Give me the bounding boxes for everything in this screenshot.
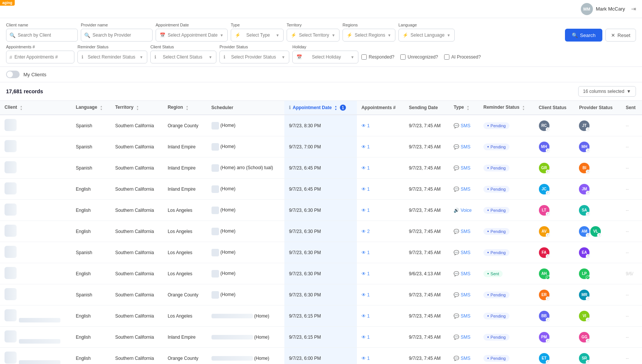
- question-mark-icon-2: ?: [586, 127, 590, 131]
- eye-count: 👁 2: [361, 229, 370, 234]
- holiday-filter: Holiday 📅 Select Holiday ▼: [292, 45, 358, 63]
- cell-territory-11: Southern California: [111, 348, 163, 364]
- reminder-status-badge: Pending: [483, 228, 509, 235]
- col-language[interactable]: Language ▲▼: [71, 101, 111, 115]
- sms-type: 💬 SMS: [454, 123, 470, 128]
- cell-provider-status-4: SA?: [574, 200, 621, 221]
- holiday-select[interactable]: 📅 Select Holiday ▼: [292, 51, 358, 63]
- language-filter: Language ⚡ Select Language ▼: [398, 23, 455, 42]
- cell-sending-date-7: 9/6/23, 4:13 AM: [404, 263, 449, 284]
- col-client[interactable]: Client ▲▼: [0, 101, 71, 115]
- cell-provider-status-8: MR?: [574, 284, 621, 305]
- unrecognized-checkbox[interactable]: [400, 54, 406, 60]
- sms-type: 💬 SMS: [454, 144, 470, 150]
- col-region[interactable]: Region ▲▼: [163, 101, 207, 115]
- client-avatar-blurred: [5, 225, 17, 237]
- cell-client-status-7: AH✓: [534, 263, 575, 284]
- records-count: 17,681 records: [6, 88, 43, 94]
- ai-processed-label: AI Processed?: [451, 54, 481, 60]
- table-row: EnglishSouthern CaliforniaLos Angeles (H…: [0, 305, 642, 327]
- cell-appt-num-5: 👁 2: [357, 221, 404, 242]
- cell-type-1: 💬 SMS: [449, 136, 479, 157]
- sms-type: 💬 SMS: [454, 271, 470, 276]
- territory-select[interactable]: ⚡ Select Territory ▼: [287, 29, 340, 42]
- appt-date-filter: Appointment Date 📅 Select Appointment Da…: [156, 23, 228, 42]
- cell-scheduler-2: (Home) arro (School) tual): [207, 157, 285, 179]
- logout-icon[interactable]: ⇥: [631, 5, 636, 12]
- chevron-down-icon-8: ▼: [281, 55, 285, 59]
- cell-reminder-status-9: Pending: [479, 305, 534, 327]
- cell-scheduler-5: (Home): [207, 221, 285, 242]
- cell-appt-date-3: 9/7/23, 6:45 PM: [284, 179, 357, 200]
- provider-status-chip: JM?: [579, 184, 590, 194]
- table-row: EnglishSouthern CaliforniaLos Angeles(Ho…: [0, 263, 642, 284]
- filter-icon-4: ⚡: [403, 32, 408, 38]
- search-icon-2: 🔍: [84, 32, 90, 38]
- col-appointment-date[interactable]: ℹ Appointment Date ▲▼ 1: [284, 101, 357, 115]
- provider-name-input[interactable]: [93, 32, 149, 38]
- reset-button[interactable]: ✕ Reset: [605, 29, 636, 42]
- question-mark-icon-2: ?: [586, 212, 590, 216]
- reminder-status-select[interactable]: ℹ Select Reminder Status ▼: [77, 51, 147, 63]
- reminder-status-badge: Pending: [483, 313, 509, 319]
- cell-language-1: Spanish: [71, 136, 111, 157]
- col-type[interactable]: Type ▲▼: [449, 101, 479, 115]
- cell-client-1: [0, 136, 71, 157]
- col-provider-status: Provider Status: [574, 101, 621, 115]
- eye-count: 👁 1: [361, 292, 370, 298]
- ai-processed-checkbox-label[interactable]: AI Processed?: [444, 54, 481, 60]
- regions-placeholder: Select Regions: [355, 32, 385, 38]
- cell-client-0: [0, 115, 71, 136]
- question-mark-icon: ?: [546, 212, 550, 216]
- unrecognized-checkbox-label[interactable]: Unrecognized?: [400, 54, 438, 60]
- type-select[interactable]: ⚡ Select Type ▼: [231, 29, 284, 42]
- scheduler-blurred: [211, 335, 253, 339]
- cell-client-11: [0, 348, 71, 364]
- appt-num-input[interactable]: [14, 54, 71, 60]
- appt-date-select[interactable]: 📅 Select Appointment Date ▼: [156, 29, 228, 42]
- responded-checkbox-label[interactable]: Responded?: [361, 54, 394, 60]
- responded-checkbox[interactable]: [361, 54, 367, 60]
- app-badge: aging: [0, 0, 15, 6]
- search-button[interactable]: 🔍 Search: [565, 29, 602, 42]
- provider-status-select[interactable]: ℹ Select Provider Status ▼: [219, 51, 289, 63]
- cell-reminder-status-3: Pending: [479, 179, 534, 200]
- client-name-blurred: [19, 360, 60, 364]
- question-mark-icon-2: ?: [586, 318, 590, 322]
- client-status-select[interactable]: ℹ Select Client Status ▼: [150, 51, 216, 63]
- chevron-down-icon-7: ▼: [208, 55, 212, 59]
- cell-reminder-status-1: Pending: [479, 136, 534, 157]
- table-body: SpanishSouthern CaliforniaOrange County(…: [0, 115, 642, 364]
- provider-status-chip: GG?: [579, 332, 590, 342]
- client-name-input[interactable]: [18, 32, 74, 38]
- question-mark-icon: ?: [546, 170, 550, 174]
- cell-scheduler-0: (Home): [207, 115, 285, 136]
- question-mark-icon: ?: [546, 254, 550, 258]
- language-select[interactable]: ⚡ Select Language ▼: [398, 29, 455, 42]
- search-icon: 🔍: [9, 32, 15, 38]
- cell-client-3: [0, 179, 71, 200]
- regions-select[interactable]: ⚡ Select Regions ▼: [343, 29, 395, 42]
- holiday-label: Holiday: [292, 45, 358, 49]
- col-territory[interactable]: Territory ▲▼: [111, 101, 163, 115]
- cell-provider-status-0: JT?: [574, 115, 621, 136]
- cell-appt-date-4: 9/7/23, 6:30 PM: [284, 200, 357, 221]
- client-name-blurred: [19, 339, 60, 344]
- columns-selector[interactable]: 16 columns selected ▼: [578, 86, 636, 97]
- cell-type-2: 💬 SMS: [449, 157, 479, 179]
- main-table: Client ▲▼ Language ▲▼ Territory ▲▼ Regio…: [0, 101, 642, 364]
- sort-icon-language: ▲▼: [100, 105, 103, 111]
- scheduler-blurred: [211, 356, 253, 361]
- table-row: EnglishSouthern CaliforniaLos Angeles(Ho…: [0, 221, 642, 242]
- client-status-chip: PM?: [539, 332, 549, 342]
- ai-processed-checkbox[interactable]: [444, 54, 449, 60]
- calendar-icon-2: 📅: [296, 54, 302, 60]
- chevron-down-icon-2: ▼: [276, 33, 279, 37]
- col-reminder-status[interactable]: Reminder Status ▲▼: [479, 101, 534, 115]
- filter-row-1: Client name 🔍 Provider name 🔍 Appointmen…: [6, 23, 636, 42]
- cell-sending-date-4: 9/7/23, 7:45 AM: [404, 200, 449, 221]
- responded-label: Responded?: [369, 54, 394, 60]
- records-bar: 17,681 records 16 columns selected ▼: [0, 82, 642, 101]
- my-clients-toggle[interactable]: [6, 71, 20, 78]
- regions-filter: Regions ⚡ Select Regions ▼: [343, 23, 395, 42]
